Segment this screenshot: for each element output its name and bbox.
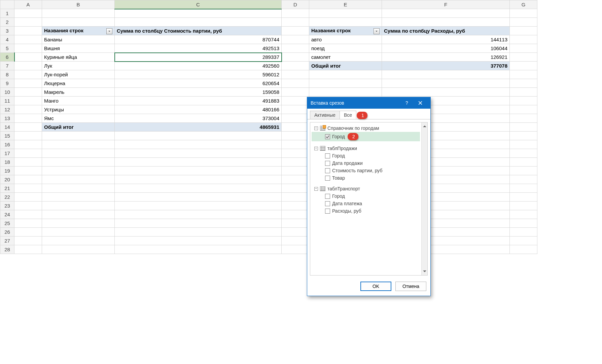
cell-B26[interactable]	[42, 228, 115, 236]
cell-B12[interactable]: Устрицы	[42, 105, 115, 114]
field-checkbox[interactable]	[325, 168, 330, 173]
cell-A15[interactable]	[14, 132, 42, 140]
cell-A25[interactable]	[14, 219, 42, 228]
cell-G4[interactable]	[510, 35, 537, 44]
field-checkbox[interactable]	[325, 153, 330, 158]
cell-C13[interactable]: 373004	[115, 114, 282, 123]
cell-D16[interactable]	[282, 140, 309, 149]
cell-G20[interactable]	[510, 175, 537, 184]
cell-B24[interactable]	[42, 210, 115, 219]
cell-C9[interactable]: 620654	[115, 79, 282, 88]
cell-A14[interactable]	[14, 123, 42, 132]
cell-G24[interactable]	[510, 210, 537, 219]
cell-C3[interactable]: Сумма по столбцу Стоимость партии, руб	[115, 27, 282, 35]
tab-all[interactable]: Все	[340, 111, 356, 119]
tree-table-node[interactable]: −таблПродажи	[312, 145, 420, 152]
cell-F10[interactable]	[382, 88, 510, 97]
cell-A21[interactable]	[14, 184, 42, 193]
col-header-D[interactable]: D	[282, 0, 309, 9]
row-header-8[interactable]: 8	[0, 70, 14, 79]
field-checkbox[interactable]	[325, 209, 330, 214]
cell-D19[interactable]	[282, 167, 309, 175]
cell-F8[interactable]	[382, 70, 510, 79]
cell-C25[interactable]	[115, 219, 282, 228]
row-header-15[interactable]: 15	[0, 132, 14, 140]
tree-field-node[interactable]: Дата продажи	[312, 159, 420, 167]
cell-C27[interactable]	[115, 236, 282, 245]
cell-D5[interactable]	[282, 44, 309, 53]
cell-E9[interactable]	[309, 79, 382, 88]
cell-G16[interactable]	[510, 140, 537, 149]
cell-A22[interactable]	[14, 193, 42, 202]
row-header-19[interactable]: 19	[0, 167, 14, 175]
cell-A27[interactable]	[14, 236, 42, 245]
cell-D3[interactable]	[282, 27, 309, 35]
expander-icon[interactable]: −	[314, 147, 318, 150]
tree-field-node[interactable]: Город	[312, 192, 420, 200]
cell-B16[interactable]	[42, 140, 115, 149]
cell-G14[interactable]	[510, 123, 537, 132]
cell-B3[interactable]: Названия строк	[42, 27, 115, 35]
cell-C11[interactable]: 491883	[115, 97, 282, 105]
row-header-11[interactable]: 11	[0, 97, 14, 105]
cell-C15[interactable]	[115, 132, 282, 140]
cell-A2[interactable]	[14, 18, 42, 27]
cell-D21[interactable]	[282, 184, 309, 193]
cell-D27[interactable]	[282, 236, 309, 245]
cell-B21[interactable]	[42, 184, 115, 193]
row-header-5[interactable]: 5	[0, 44, 14, 53]
row-header-10[interactable]: 10	[0, 88, 14, 97]
cell-E7[interactable]: Общий итог	[309, 62, 382, 70]
field-checkbox[interactable]	[325, 161, 330, 166]
cell-B8[interactable]: Лук-порей	[42, 70, 115, 79]
tree-field-node[interactable]: Дата платежа	[312, 200, 420, 207]
row-header-2[interactable]: 2	[0, 18, 14, 27]
cell-B11[interactable]: Манго	[42, 97, 115, 105]
cell-B15[interactable]	[42, 132, 115, 140]
cell-C4[interactable]: 870744	[115, 35, 282, 44]
cell-F5[interactable]: 106044	[382, 44, 510, 53]
expander-icon[interactable]: −	[314, 187, 318, 191]
cell-D28[interactable]	[282, 245, 309, 254]
cell-A13[interactable]	[14, 114, 42, 123]
help-button[interactable]: ?	[400, 97, 414, 109]
cell-B14[interactable]: Общий итог	[42, 123, 115, 132]
cell-C14[interactable]: 4865931	[115, 123, 282, 132]
cell-B23[interactable]	[42, 202, 115, 210]
cell-A7[interactable]	[14, 62, 42, 70]
tree-table-node[interactable]: −Справочник по городам	[312, 124, 420, 132]
cell-D18[interactable]	[282, 158, 309, 167]
cell-A20[interactable]	[14, 175, 42, 184]
cancel-button[interactable]: Отмена	[395, 282, 426, 291]
cell-E10[interactable]	[309, 88, 382, 97]
col-header-C[interactable]: C	[115, 0, 282, 9]
row-header-7[interactable]: 7	[0, 62, 14, 70]
cell-D17[interactable]	[282, 149, 309, 158]
col-header-A[interactable]: A	[14, 0, 42, 9]
cell-C12[interactable]: 480166	[115, 105, 282, 114]
cell-A6[interactable]	[14, 53, 42, 62]
cell-A23[interactable]	[14, 202, 42, 210]
cell-A16[interactable]	[14, 140, 42, 149]
cell-C1[interactable]	[115, 9, 282, 18]
cell-D1[interactable]	[282, 9, 309, 18]
cell-C10[interactable]: 159058	[115, 88, 282, 97]
cell-G26[interactable]	[510, 228, 537, 236]
cell-G15[interactable]	[510, 132, 537, 140]
cell-C2[interactable]	[115, 18, 282, 27]
cell-C21[interactable]	[115, 184, 282, 193]
cell-B2[interactable]	[42, 18, 115, 27]
row-header-3[interactable]: 3	[0, 27, 14, 35]
cell-G19[interactable]	[510, 167, 537, 175]
cell-G8[interactable]	[510, 70, 537, 79]
cell-G2[interactable]	[510, 18, 537, 27]
cell-G22[interactable]	[510, 193, 537, 202]
cell-C26[interactable]	[115, 228, 282, 236]
tree-field-node[interactable]: Город2	[312, 132, 420, 141]
field-checkbox[interactable]	[325, 134, 330, 139]
cell-D9[interactable]	[282, 79, 309, 88]
row-header-23[interactable]: 23	[0, 202, 14, 210]
cell-A10[interactable]	[14, 88, 42, 97]
filter-dropdown-icon[interactable]	[106, 28, 112, 34]
cell-F3[interactable]: Сумма по столбцу Расходы, руб	[382, 27, 510, 35]
